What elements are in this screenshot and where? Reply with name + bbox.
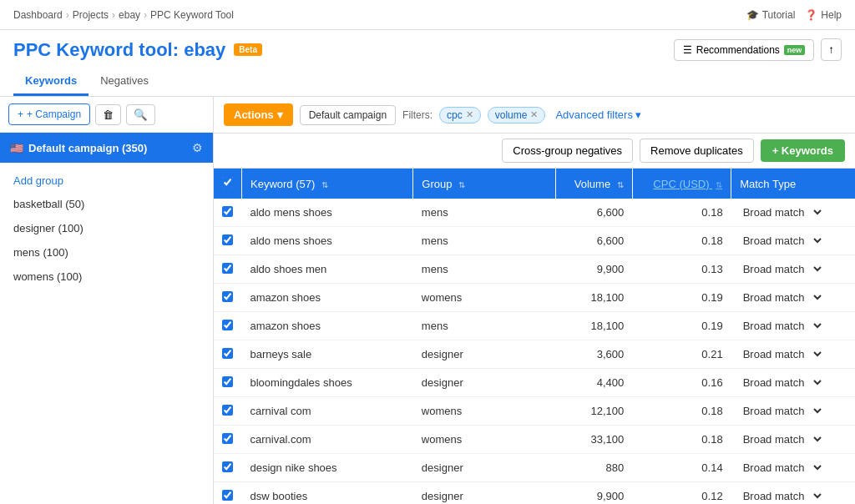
group-cell: womens — [413, 426, 556, 454]
match-type-select[interactable]: Broad match Phrase match Exact match — [740, 347, 824, 361]
filter-tag-volume[interactable]: volume ✕ — [488, 107, 546, 123]
help-icon: ❓ — [805, 9, 817, 21]
match-type-select[interactable]: Broad match Phrase match Exact match — [740, 375, 824, 390]
match-type-cell[interactable]: Broad match Phrase match Exact match — [731, 482, 855, 505]
table-row: barneys sale designer 3,600 0.21 Broad m… — [214, 340, 855, 369]
row-checkbox-cell[interactable] — [214, 255, 242, 284]
sidebar-item-basketball[interactable]: basketball (50) — [0, 192, 213, 216]
row-checkbox-cell[interactable] — [214, 369, 242, 397]
group-cell: designer — [413, 340, 556, 369]
actions-button[interactable]: Actions ▾ — [224, 103, 293, 126]
add-keywords-button[interactable]: + Keywords — [761, 139, 845, 162]
row-checkbox-cell[interactable] — [214, 199, 242, 227]
match-type-cell[interactable]: Broad match Phrase match Exact match — [731, 312, 855, 340]
row-checkbox[interactable] — [222, 291, 233, 302]
match-type-cell[interactable]: Broad match Phrase match Exact match — [731, 369, 855, 397]
cpc-cell: 0.18 — [632, 397, 731, 426]
match-type-select[interactable]: Broad match Phrase match Exact match — [740, 234, 824, 248]
tutorial-link[interactable]: 🎓 Tutorial — [746, 9, 796, 21]
row-checkbox[interactable] — [222, 376, 233, 387]
sort-icon: ⇅ — [617, 180, 624, 189]
match-type-select[interactable]: Broad match Phrase match Exact match — [740, 461, 824, 475]
match-type-cell[interactable]: Broad match Phrase match Exact match — [731, 227, 855, 255]
group-column-header[interactable]: Group ⇅ — [413, 169, 556, 199]
row-checkbox[interactable] — [222, 461, 233, 472]
cross-group-negatives-button[interactable]: Cross-group negatives — [502, 139, 633, 163]
row-checkbox-cell[interactable] — [214, 454, 242, 482]
match-type-cell[interactable]: Broad match Phrase match Exact match — [731, 397, 855, 426]
group-cell: mens — [413, 199, 556, 227]
keyword-cell: bloomingdales shoes — [242, 369, 413, 397]
group-cell: designer — [413, 369, 556, 397]
match-type-select[interactable]: Broad match Phrase match Exact match — [740, 319, 824, 333]
gear-icon[interactable]: ⚙ — [192, 141, 203, 154]
row-checkbox[interactable] — [222, 234, 233, 245]
breadcrumb-dashboard[interactable]: Dashboard — [13, 9, 63, 21]
advanced-filters-button[interactable]: Advanced filters ▾ — [555, 108, 641, 121]
row-checkbox-cell[interactable] — [214, 482, 242, 505]
export-button[interactable]: ↑ — [821, 38, 842, 61]
match-type-cell[interactable]: Broad match Phrase match Exact match — [731, 454, 855, 482]
remove-volume-filter[interactable]: ✕ — [530, 109, 538, 120]
row-checkbox[interactable] — [222, 348, 233, 359]
add-campaign-button[interactable]: + + Campaign — [8, 103, 90, 125]
keyword-cell: barneys sale — [242, 340, 413, 369]
row-checkbox[interactable] — [222, 490, 233, 501]
row-checkbox[interactable] — [222, 433, 233, 444]
select-all-checkbox[interactable] — [222, 177, 233, 188]
match-type-select[interactable]: Broad match Phrase match Exact match — [740, 489, 824, 503]
sidebar-item-mens[interactable]: mens (100) — [0, 240, 213, 265]
help-link[interactable]: ❓ Help — [805, 9, 842, 21]
volume-column-header[interactable]: Volume ⇅ — [556, 169, 632, 199]
volume-cell: 6,600 — [556, 227, 632, 255]
match-type-column-header: Match Type — [731, 169, 855, 199]
tab-keywords[interactable]: Keywords — [13, 68, 89, 96]
sidebar-campaign[interactable]: 🇺🇸 Default campaign (350) ⚙ — [0, 133, 213, 163]
row-checkbox-cell[interactable] — [214, 284, 242, 312]
sidebar: + + Campaign 🗑 🔍 🇺🇸 Default campaign (35… — [0, 97, 214, 504]
row-checkbox-cell[interactable] — [214, 312, 242, 340]
keyword-column-header[interactable]: Keyword (57) ⇅ — [242, 169, 413, 199]
breadcrumb-ebay[interactable]: ebay — [119, 9, 140, 21]
add-group-link[interactable]: Add group — [0, 169, 213, 192]
row-checkbox-cell[interactable] — [214, 340, 242, 369]
match-type-cell[interactable]: Broad match Phrase match Exact match — [731, 426, 855, 454]
row-checkbox-cell[interactable] — [214, 426, 242, 454]
match-type-cell[interactable]: Broad match Phrase match Exact match — [731, 340, 855, 369]
row-checkbox[interactable] — [222, 206, 233, 217]
header-actions: ☰ Recommendations new ↑ — [674, 38, 842, 61]
row-checkbox-cell[interactable] — [214, 227, 242, 255]
match-type-select[interactable]: Broad match Phrase match Exact match — [740, 404, 824, 418]
search-button[interactable]: 🔍 — [126, 104, 155, 125]
breadcrumb-tool: PPC Keyword Tool — [150, 9, 234, 21]
sidebar-item-womens[interactable]: womens (100) — [0, 265, 213, 289]
match-type-cell[interactable]: Broad match Phrase match Exact match — [731, 255, 855, 284]
table-row: amazon shoes womens 18,100 0.19 Broad ma… — [214, 284, 855, 312]
match-type-select[interactable]: Broad match Phrase match Exact match — [740, 262, 824, 276]
match-type-select[interactable]: Broad match Phrase match Exact match — [740, 290, 824, 305]
cpc-cell: 0.21 — [632, 340, 731, 369]
select-all-header[interactable] — [214, 169, 242, 199]
match-type-select[interactable]: Broad match Phrase match Exact match — [740, 205, 824, 219]
remove-duplicates-button[interactable]: Remove duplicates — [640, 139, 754, 163]
row-checkbox[interactable] — [222, 405, 233, 416]
match-type-cell[interactable]: Broad match Phrase match Exact match — [731, 284, 855, 312]
row-checkbox[interactable] — [222, 263, 233, 274]
match-type-select[interactable]: Broad match Phrase match Exact match — [740, 432, 824, 446]
cpc-cell: 0.14 — [632, 454, 731, 482]
row-checkbox[interactable] — [222, 320, 233, 330]
delete-button[interactable]: 🗑 — [95, 104, 121, 125]
group-cell: womens — [413, 397, 556, 426]
volume-cell: 18,100 — [556, 284, 632, 312]
filter-tag-cpc[interactable]: cpc ✕ — [439, 107, 481, 123]
cpc-column-header[interactable]: CPC (USD) ⇅ — [632, 169, 731, 199]
tab-negatives[interactable]: Negatives — [89, 68, 160, 96]
group-cell: designer — [413, 482, 556, 505]
match-type-cell[interactable]: Broad match Phrase match Exact match — [731, 199, 855, 227]
recommendations-button[interactable]: ☰ Recommendations new — [674, 39, 815, 61]
group-cell: mens — [413, 227, 556, 255]
remove-cpc-filter[interactable]: ✕ — [466, 109, 473, 120]
breadcrumb-projects[interactable]: Projects — [73, 9, 109, 21]
sidebar-item-designer[interactable]: designer (100) — [0, 216, 213, 240]
row-checkbox-cell[interactable] — [214, 397, 242, 426]
